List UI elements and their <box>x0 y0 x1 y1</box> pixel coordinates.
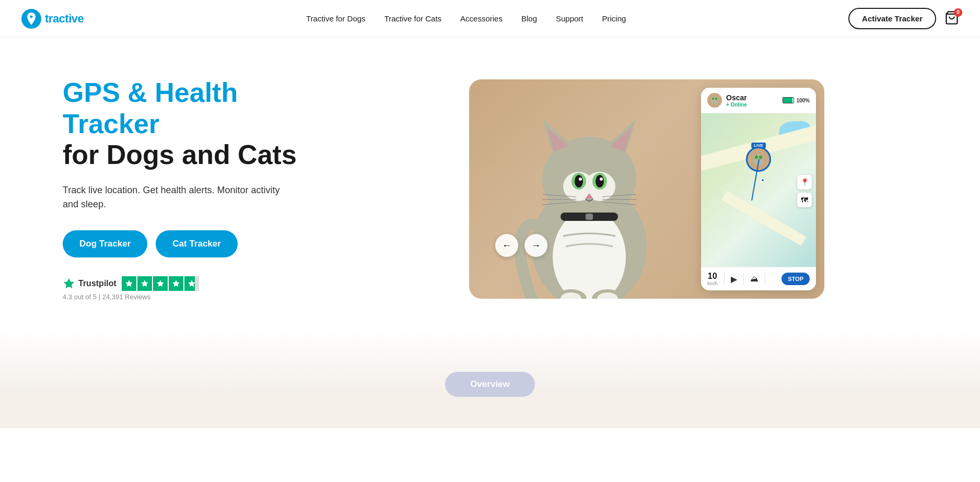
map-divider-1 <box>724 273 725 285</box>
map-live-badge: LIVE <box>751 143 766 148</box>
nav-support[interactable]: Support <box>556 14 584 23</box>
svg-marker-6 <box>172 280 179 287</box>
nav-cats[interactable]: Tractive for Cats <box>384 14 441 23</box>
nav-dogs[interactable]: Tractive for Dogs <box>306 14 366 23</box>
stop-button[interactable]: STOP <box>781 273 810 285</box>
map-elevation-icon: ⛰ <box>750 274 759 284</box>
hero-left: GPS & Health Tracker for Dogs and Cats T… <box>63 77 355 301</box>
tractive-logo-icon <box>21 8 42 29</box>
trustpilot-top: Trustpilot <box>63 276 334 291</box>
map-overlay: Oscar + Online 100% <box>701 88 816 290</box>
navbar: tractive Tractive for Dogs Tractive for … <box>0 0 980 38</box>
cart-badge: 0 <box>954 8 962 17</box>
svg-marker-5 <box>157 280 164 287</box>
trustpilot-section: Trustpilot 4.3 out of 5 | 24,391 Reviews <box>63 276 334 301</box>
map-divider-3 <box>765 273 765 285</box>
cart-icon[interactable]: 0 <box>944 10 959 27</box>
map-body: LIVE <box>701 113 816 267</box>
svg-point-40 <box>715 98 717 100</box>
svg-point-39 <box>712 98 714 100</box>
map-direction-icon: ▶ <box>731 274 737 284</box>
map-pet-details: Oscar + Online <box>726 93 747 108</box>
map-footer: 10 km/h ▶ ⛰ STOP <box>701 267 816 290</box>
map-layers-icon[interactable]: 🗺 <box>797 193 812 207</box>
trustpilot-sub: 4.3 out of 5 | 24,391 Reviews <box>63 293 334 301</box>
map-pet-avatar <box>707 93 722 108</box>
svg-point-44 <box>755 156 758 159</box>
star-4 <box>169 276 183 291</box>
map-nav-icon: ▶ <box>731 274 737 284</box>
hero-buttons: Dog Tracker Cat Tracker <box>63 230 334 257</box>
map-speed-unit: km/h <box>707 281 718 286</box>
map-status: + Online <box>726 102 747 108</box>
svg-marker-2 <box>64 278 74 288</box>
svg-marker-3 <box>125 280 132 287</box>
map-location-icon[interactable]: 📍 <box>797 175 812 190</box>
trustpilot-stars <box>122 276 199 291</box>
prev-arrow-button[interactable]: ← <box>495 234 518 257</box>
next-arrow-button[interactable]: → <box>524 234 547 257</box>
map-route-dot <box>761 178 765 182</box>
map-speed-value: 10 <box>708 272 717 281</box>
nav-right: Activate Tracker 0 <box>848 8 959 29</box>
battery-fill <box>783 98 792 103</box>
map-road-2 <box>721 191 806 245</box>
star-1 <box>122 276 136 291</box>
hero-title-line1: GPS & Health Tracker <box>63 77 334 140</box>
nav-accessories[interactable]: Accessories <box>460 14 503 23</box>
pet-avatar-icon <box>707 93 722 108</box>
star-5-half <box>184 276 199 291</box>
nav-pricing[interactable]: Pricing <box>602 14 626 23</box>
svg-point-20 <box>596 175 604 187</box>
svg-point-19 <box>575 175 583 187</box>
battery-bar <box>783 97 794 103</box>
svg-marker-7 <box>188 280 195 287</box>
nav-links: Tractive for Dogs Tractive for Cats Acce… <box>306 14 626 23</box>
map-pet-name: Oscar <box>726 93 747 102</box>
hero-image: ← → <box>469 79 824 299</box>
cat-illustration <box>490 90 689 299</box>
hero-subtitle: Track live location. Get health alerts. … <box>63 183 282 211</box>
hero-title: GPS & Health Tracker for Dogs and Cats <box>63 77 334 171</box>
nav-blog[interactable]: Blog <box>521 14 537 23</box>
svg-point-21 <box>579 178 582 181</box>
dog-tracker-button[interactable]: Dog Tracker <box>63 230 147 257</box>
svg-marker-4 <box>141 280 148 287</box>
svg-rect-31 <box>586 214 593 220</box>
map-battery: 100% <box>783 97 810 103</box>
map-header: Oscar + Online 100% <box>701 88 816 113</box>
star-2 <box>137 276 152 291</box>
map-mountain-icon: ⛰ <box>750 274 759 284</box>
map-pet-info: Oscar + Online <box>707 93 747 108</box>
battery-percent: 100% <box>796 98 810 103</box>
trustpilot-logo: Trustpilot <box>63 277 116 290</box>
hero-right: ← → <box>355 79 938 299</box>
overview-button[interactable]: Overview <box>445 372 535 397</box>
svg-point-22 <box>600 178 603 181</box>
trustpilot-icon <box>63 277 75 290</box>
hero-title-line2: for Dogs and Cats <box>63 139 334 171</box>
map-speed-stat: 10 km/h <box>707 272 718 286</box>
carousel-arrows: ← → <box>495 234 547 257</box>
star-3 <box>153 276 168 291</box>
brand-name: tractive <box>45 12 84 26</box>
hero-section: GPS & Health Tracker for Dogs and Cats T… <box>0 38 980 330</box>
cat-tracker-button[interactable]: Cat Tracker <box>156 230 238 257</box>
bottom-section: Overview <box>0 330 980 428</box>
svg-point-45 <box>759 156 762 159</box>
logo-link[interactable]: tractive <box>21 8 84 29</box>
map-icons-right: 📍 🗺 <box>797 175 812 207</box>
activate-tracker-button[interactable]: Activate Tracker <box>848 8 936 29</box>
map-divider-2 <box>743 273 744 285</box>
trustpilot-label: Trustpilot <box>78 279 116 288</box>
